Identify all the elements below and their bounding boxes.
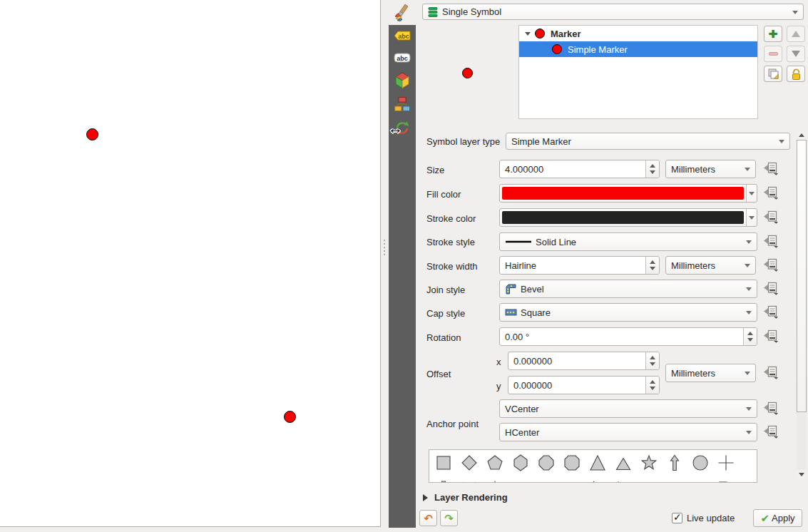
marker-shape-list[interactable] bbox=[429, 449, 757, 483]
spin-buttons[interactable] bbox=[645, 257, 659, 274]
shape-option-semi-circle[interactable] bbox=[636, 478, 662, 483]
stroke-color-dropdown[interactable] bbox=[746, 209, 757, 226]
layer-rendering-group[interactable]: Layer Rendering bbox=[423, 492, 508, 503]
rotation-spinbox[interactable]: 0.00 ° bbox=[499, 327, 757, 346]
offset-data-defined-override-button[interactable] bbox=[764, 366, 779, 380]
shape-option-octagon[interactable] bbox=[533, 452, 559, 476]
anchor-vertical-combobox[interactable]: VCenter bbox=[499, 399, 757, 418]
data-defined-override-icon bbox=[764, 235, 779, 248]
plus-icon: ✚ bbox=[769, 28, 778, 41]
shape-option-triangle[interactable] bbox=[585, 452, 610, 476]
remove-symbol-layer-button[interactable] bbox=[764, 46, 782, 62]
single-symbol-stack-icon bbox=[428, 6, 439, 18]
shape-option-diamond[interactable] bbox=[456, 452, 482, 476]
shape-option-square[interactable] bbox=[431, 452, 456, 476]
duplicate-symbol-layer-button[interactable] bbox=[764, 66, 782, 82]
live-update-option[interactable]: Live update bbox=[672, 513, 735, 523]
rotation-data-defined-override-button[interactable] bbox=[764, 329, 779, 344]
checkmark-icon: ✔ bbox=[760, 512, 769, 525]
move-down-button[interactable] bbox=[787, 46, 805, 62]
size-data-defined-override-button[interactable] bbox=[764, 162, 779, 176]
offset-unit-combobox[interactable]: Millimeters bbox=[665, 364, 756, 382]
tab-labels[interactable]: abc bbox=[394, 31, 411, 48]
layer-styling-tab-bar: abc abc bbox=[389, 25, 416, 528]
shape-option-cross2[interactable] bbox=[456, 478, 482, 483]
stroke-color-button[interactable] bbox=[499, 208, 757, 227]
tree-item-simple-marker[interactable]: Simple Marker bbox=[519, 41, 757, 57]
tree-item-marker[interactable]: Marker bbox=[519, 26, 757, 41]
shape-option-star[interactable] bbox=[636, 452, 662, 476]
panel-scrollbar[interactable] bbox=[797, 131, 807, 479]
renderer-type-combobox[interactable]: Single Symbol bbox=[422, 4, 804, 20]
scrollbar-down-arrow[interactable] bbox=[797, 470, 807, 479]
anchor-point-label: Anchor point bbox=[426, 419, 479, 429]
stroke-width-data-defined-override-button[interactable] bbox=[764, 258, 779, 272]
spin-buttons[interactable] bbox=[645, 377, 659, 394]
undo-button[interactable]: ↶ bbox=[419, 510, 437, 526]
tab-symbology[interactable] bbox=[393, 2, 414, 24]
shape-option-third-circle[interactable] bbox=[533, 478, 559, 483]
anchor-vertical-data-defined-override-button[interactable] bbox=[764, 401, 779, 416]
shape-option-quarter-circle[interactable] bbox=[662, 478, 687, 483]
panel-splitter-handle[interactable] bbox=[381, 0, 389, 532]
shape-option-square-with-corners[interactable] bbox=[559, 452, 585, 476]
shape-option-quarter-circle[interactable] bbox=[559, 478, 585, 483]
fill-color-data-defined-override-button[interactable] bbox=[764, 186, 779, 200]
cap-style-data-defined-override-button[interactable] bbox=[764, 305, 779, 319]
size-unit-combobox[interactable]: Millimeters bbox=[665, 160, 756, 178]
redo-button[interactable]: ↷ bbox=[440, 510, 458, 526]
diagram-icon bbox=[394, 96, 411, 113]
shape-option-quarter-square[interactable] bbox=[713, 478, 739, 483]
shape-option-cross-fill[interactable] bbox=[431, 478, 456, 483]
fill-color-button[interactable] bbox=[499, 184, 757, 203]
cap-style-combobox[interactable]: Square bbox=[499, 303, 757, 322]
shape-option-semi-circle[interactable] bbox=[508, 478, 533, 483]
data-defined-override-icon bbox=[764, 329, 779, 343]
shape-option-equilateral-triangle[interactable] bbox=[610, 452, 636, 476]
symbol-layer-type-combobox[interactable]: Simple Marker bbox=[506, 133, 790, 150]
offset-x-spinbox[interactable]: 0.000000 bbox=[508, 352, 660, 370]
join-style-combobox[interactable]: Bevel bbox=[499, 280, 757, 298]
shape-option-line[interactable] bbox=[482, 478, 508, 483]
live-update-checkbox[interactable] bbox=[672, 513, 682, 523]
anchor-horizontal-combobox[interactable]: HCenter bbox=[499, 423, 757, 441]
offset-y-spinbox[interactable]: 0.000000 bbox=[508, 376, 660, 394]
map-canvas[interactable] bbox=[0, 0, 381, 527]
tab-3d-view[interactable] bbox=[394, 72, 411, 90]
shape-option-filled-arrowhead[interactable] bbox=[610, 478, 636, 483]
spin-buttons[interactable] bbox=[645, 160, 659, 178]
shape-option-cross[interactable] bbox=[713, 452, 739, 476]
stroke-color-data-defined-override-button[interactable] bbox=[764, 210, 779, 225]
scrollbar-thumb[interactable] bbox=[797, 140, 807, 412]
shape-option-circle[interactable] bbox=[687, 452, 713, 476]
stroke-style-data-defined-override-button[interactable] bbox=[764, 235, 779, 249]
stroke-width-spinbox[interactable]: Hairline bbox=[499, 256, 660, 275]
fill-color-dropdown[interactable] bbox=[746, 185, 757, 202]
shape-option-chevron[interactable] bbox=[585, 478, 610, 483]
shape-option-third-circle[interactable] bbox=[687, 478, 713, 483]
tab-mask[interactable]: abc bbox=[394, 53, 411, 71]
size-spinbox[interactable]: 4.000000 bbox=[499, 160, 660, 178]
shape-option-pentagon[interactable] bbox=[482, 452, 508, 476]
stroke-style-combobox[interactable]: Solid Line bbox=[499, 232, 757, 251]
scrollbar-up-arrow[interactable] bbox=[797, 131, 807, 140]
shape-option-hexagon[interactable] bbox=[508, 452, 533, 476]
symbol-layers-tree[interactable]: Marker Simple Marker bbox=[518, 25, 758, 119]
lock-color-button[interactable] bbox=[787, 66, 805, 82]
live-update-label: Live update bbox=[687, 513, 735, 523]
abc-callout-icon: abc bbox=[394, 53, 411, 63]
tree-item-label: Simple Marker bbox=[568, 44, 628, 55]
shape-option-arrow-up[interactable] bbox=[662, 452, 687, 476]
expander-icon[interactable] bbox=[525, 32, 531, 36]
spin-buttons[interactable] bbox=[645, 352, 659, 369]
anchor-horizontal-data-defined-override-button[interactable] bbox=[764, 425, 779, 439]
spin-buttons[interactable] bbox=[743, 328, 757, 345]
data-defined-override-icon bbox=[764, 425, 779, 439]
duplicate-icon bbox=[767, 67, 780, 81]
move-up-button[interactable] bbox=[787, 26, 805, 42]
apply-button[interactable]: ✔ Apply bbox=[753, 509, 802, 527]
add-symbol-layer-button[interactable]: ✚ bbox=[764, 26, 782, 42]
tab-diagrams[interactable] bbox=[394, 96, 411, 113]
join-style-data-defined-override-button[interactable] bbox=[764, 282, 779, 296]
stroke-width-unit-combobox[interactable]: Millimeters bbox=[665, 256, 756, 275]
